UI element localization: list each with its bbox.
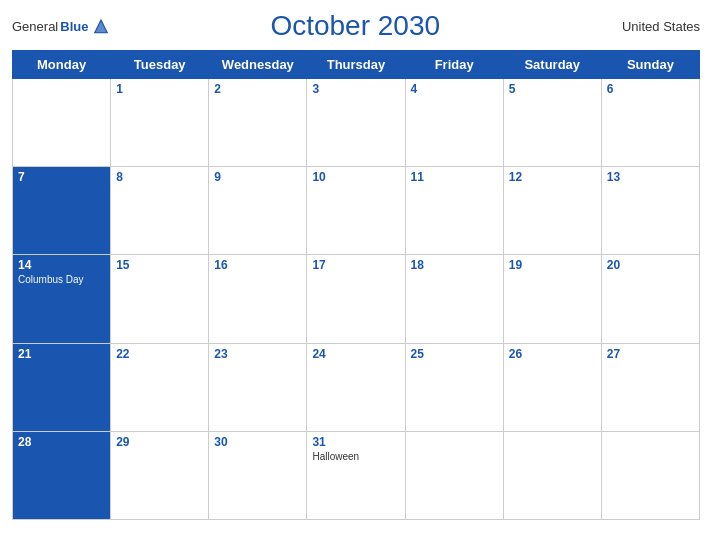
day-number: 28 — [18, 435, 105, 449]
calendar-cell — [601, 431, 699, 519]
day-number: 26 — [509, 347, 596, 361]
calendar-cell: 31Halloween — [307, 431, 405, 519]
calendar-cell: 25 — [405, 343, 503, 431]
calendar-cell — [503, 431, 601, 519]
calendar-cell: 29 — [111, 431, 209, 519]
calendar-cell: 5 — [503, 79, 601, 167]
calendar-cell: 14Columbus Day — [13, 255, 111, 343]
week-row-4: 21222324252627 — [13, 343, 700, 431]
day-number: 24 — [312, 347, 399, 361]
calendar-cell: 30 — [209, 431, 307, 519]
calendar-cell: 4 — [405, 79, 503, 167]
day-number: 30 — [214, 435, 301, 449]
day-number: 27 — [607, 347, 694, 361]
calendar-table: Monday Tuesday Wednesday Thursday Friday… — [12, 50, 700, 520]
day-number: 15 — [116, 258, 203, 272]
header-monday: Monday — [13, 51, 111, 79]
logo-general-text: General — [12, 19, 58, 34]
week-row-1: 123456 — [13, 79, 700, 167]
week-row-2: 78910111213 — [13, 167, 700, 255]
calendar-cell: 26 — [503, 343, 601, 431]
day-number: 22 — [116, 347, 203, 361]
day-number: 18 — [411, 258, 498, 272]
day-number: 29 — [116, 435, 203, 449]
calendar-cell: 7 — [13, 167, 111, 255]
calendar-cell: 24 — [307, 343, 405, 431]
day-number: 8 — [116, 170, 203, 184]
calendar-cell: 21 — [13, 343, 111, 431]
calendar-cell: 27 — [601, 343, 699, 431]
day-number: 10 — [312, 170, 399, 184]
calendar-cell: 1 — [111, 79, 209, 167]
day-number: 7 — [18, 170, 105, 184]
calendar-cell: 11 — [405, 167, 503, 255]
day-number: 17 — [312, 258, 399, 272]
calendar-cell: 20 — [601, 255, 699, 343]
calendar-cell: 17 — [307, 255, 405, 343]
calendar-cell: 13 — [601, 167, 699, 255]
holiday-name: Columbus Day — [18, 274, 105, 285]
calendar-cell: 23 — [209, 343, 307, 431]
day-number: 2 — [214, 82, 301, 96]
logo-icon — [92, 17, 110, 35]
calendar-cell: 2 — [209, 79, 307, 167]
calendar-cell: 15 — [111, 255, 209, 343]
day-number: 5 — [509, 82, 596, 96]
calendar-cell: 9 — [209, 167, 307, 255]
day-number: 1 — [116, 82, 203, 96]
header-tuesday: Tuesday — [111, 51, 209, 79]
header-thursday: Thursday — [307, 51, 405, 79]
day-number: 20 — [607, 258, 694, 272]
day-number: 19 — [509, 258, 596, 272]
day-number: 3 — [312, 82, 399, 96]
day-number: 12 — [509, 170, 596, 184]
day-number: 16 — [214, 258, 301, 272]
calendar-cell — [405, 431, 503, 519]
calendar-cell: 28 — [13, 431, 111, 519]
calendar-cell: 12 — [503, 167, 601, 255]
calendar-cell: 3 — [307, 79, 405, 167]
day-number: 25 — [411, 347, 498, 361]
logo-area: General Blue — [12, 17, 110, 35]
calendar-header: General Blue October 2030 United States — [12, 10, 700, 42]
calendar-cell: 18 — [405, 255, 503, 343]
day-number: 6 — [607, 82, 694, 96]
calendar-cell: 8 — [111, 167, 209, 255]
month-title: October 2030 — [110, 10, 600, 42]
week-row-5: 28293031Halloween — [13, 431, 700, 519]
calendar-cell — [13, 79, 111, 167]
weekday-header-row: Monday Tuesday Wednesday Thursday Friday… — [13, 51, 700, 79]
country-label: United States — [600, 19, 700, 34]
day-number: 31 — [312, 435, 399, 449]
header-wednesday: Wednesday — [209, 51, 307, 79]
day-number: 9 — [214, 170, 301, 184]
day-number: 13 — [607, 170, 694, 184]
day-number: 21 — [18, 347, 105, 361]
header-sunday: Sunday — [601, 51, 699, 79]
calendar-cell: 22 — [111, 343, 209, 431]
day-number: 11 — [411, 170, 498, 184]
day-number: 23 — [214, 347, 301, 361]
calendar-container: General Blue October 2030 United States … — [0, 0, 712, 550]
day-number: 4 — [411, 82, 498, 96]
calendar-cell: 16 — [209, 255, 307, 343]
logo-blue-text: Blue — [60, 19, 88, 34]
logo-text: General Blue — [12, 17, 110, 35]
calendar-cell: 6 — [601, 79, 699, 167]
calendar-cell: 19 — [503, 255, 601, 343]
holiday-name: Halloween — [312, 451, 399, 462]
header-friday: Friday — [405, 51, 503, 79]
header-saturday: Saturday — [503, 51, 601, 79]
day-number: 14 — [18, 258, 105, 272]
week-row-3: 14Columbus Day151617181920 — [13, 255, 700, 343]
calendar-cell: 10 — [307, 167, 405, 255]
